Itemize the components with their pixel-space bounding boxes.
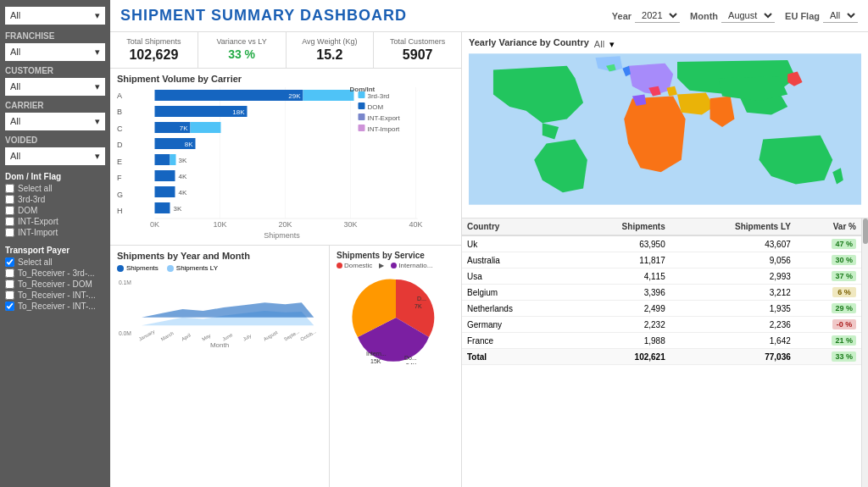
- table-section: Country Shipments Shipments LY Var % Uk …: [462, 219, 868, 487]
- dom-int-select-all[interactable]: Select all: [5, 184, 105, 193]
- svg-text:July: July: [242, 333, 253, 341]
- franchise-label: Franchise: [5, 31, 105, 41]
- svg-text:3K: 3K: [174, 205, 182, 213]
- eu-flag-select[interactable]: All: [823, 8, 858, 23]
- tp-dom[interactable]: To_Receiver - DOM: [5, 279, 105, 289]
- sidebar: All ▾ Franchise All▾ Customer All▾ Carri…: [0, 0, 110, 487]
- svg-text:7K: 7K: [415, 303, 422, 309]
- svg-text:0K: 0K: [150, 220, 159, 229]
- area-chart-section: Shipments by Year and Month Shipments Sh…: [110, 246, 330, 487]
- main-content: SHIPMENT SUMMARY DASHBOARD Year 2021 Mon…: [110, 0, 868, 487]
- cell-var: 29 %: [796, 301, 861, 317]
- cell-var: 30 %: [796, 252, 861, 268]
- bar-chart-svg: 29K 10K 18K 7K 6K: [126, 87, 454, 240]
- table-row: Usa 4,115 2,993 37 %: [462, 268, 861, 285]
- svg-text:20K: 20K: [279, 220, 292, 229]
- svg-text:3rd-3rd: 3rd-3rd: [368, 92, 390, 100]
- table-row: Germany 2,232 2,236 -0 %: [462, 317, 861, 333]
- tp-select-all[interactable]: Select all: [5, 257, 105, 267]
- month-select[interactable]: August: [721, 8, 775, 23]
- kpi-variance: Variance vs LY 33 %: [198, 32, 287, 68]
- table-row: Netherlands 2,499 1,935 29 %: [462, 301, 861, 317]
- dom-int-int-import[interactable]: INT-Import: [5, 228, 105, 237]
- svg-rect-12: [191, 122, 221, 133]
- col-country: Country: [462, 219, 569, 235]
- table-row: Uk 63,950 43,607 47 %: [462, 235, 861, 252]
- svg-rect-18: [170, 154, 176, 165]
- customer-label: Customer: [5, 66, 105, 75]
- col-shipments-ly: Shipments LY: [670, 219, 796, 235]
- pie-legend: Domestic ▶ Internatio...: [337, 262, 454, 269]
- svg-rect-17: [155, 154, 170, 165]
- svg-rect-6: [303, 90, 354, 101]
- dom-int-flag-title: Dom / Int Flag: [5, 172, 105, 181]
- table-row: Belgium 3,396 3,212 6 %: [462, 285, 861, 301]
- area-chart: 0.1M 0.0M January March April May June: [117, 275, 322, 343]
- svg-text:INT-Import: INT-Import: [368, 125, 401, 133]
- svg-text:40K: 40K: [409, 220, 423, 229]
- map-title-row: Yearly Variance by Country All ▾: [469, 37, 861, 51]
- svg-rect-5: [155, 90, 303, 101]
- cell-country: Australia: [462, 252, 569, 268]
- scrollbar-thumb[interactable]: [863, 219, 868, 244]
- header: SHIPMENT SUMMARY DASHBOARD Year 2021 Mon…: [110, 0, 868, 32]
- dom-int-int-export[interactable]: INT-Export: [5, 217, 105, 226]
- dom-int-3rd-3rd[interactable]: 3rd-3rd: [5, 195, 105, 204]
- svg-text:54K: 54K: [406, 362, 417, 364]
- svg-text:18K: 18K: [232, 108, 245, 116]
- dom-int-dom[interactable]: DOM: [5, 206, 105, 215]
- svg-text:May: May: [201, 333, 212, 342]
- svg-text:Intern...: Intern...: [366, 351, 387, 357]
- cell-var: 21 %: [796, 333, 861, 349]
- svg-text:29K: 29K: [288, 92, 301, 100]
- cell-shipments: 4,115: [569, 268, 670, 285]
- main-filter-dropdown[interactable]: All ▾: [5, 7, 105, 25]
- col-var: Var %: [796, 219, 861, 235]
- tp-int2[interactable]: To_Receiver - INT-...: [5, 302, 105, 311]
- area-legend-shipments: Shipments: [117, 264, 159, 272]
- svg-text:4K: 4K: [179, 189, 187, 196]
- carrier-label: Carrier: [5, 101, 105, 110]
- svg-text:Dom/Int: Dom/Int: [350, 87, 376, 93]
- right-panel: Yearly Variance by Country All ▾: [462, 32, 868, 487]
- cell-var: 6 %: [796, 285, 861, 301]
- cell-var: 47 %: [796, 235, 861, 252]
- pie-chart-section: Shipments by Service Domestic ▶ Internat…: [330, 246, 461, 487]
- customer-dropdown[interactable]: All▾: [5, 78, 105, 96]
- svg-text:April: April: [181, 333, 192, 342]
- svg-text:January: January: [138, 329, 156, 342]
- svg-text:0.1M: 0.1M: [119, 279, 131, 285]
- franchise-dropdown[interactable]: All▾: [5, 43, 105, 61]
- transport-payer-title: Transport Payer: [5, 246, 105, 255]
- cell-shipments-ly: 43,607: [670, 235, 796, 252]
- content-area: Total Shipments 102,629 Variance vs LY 3…: [110, 32, 868, 487]
- svg-rect-20: [155, 170, 175, 181]
- cell-country: France: [462, 333, 569, 349]
- svg-text:DOM: DOM: [368, 103, 384, 111]
- svg-rect-22: [155, 186, 175, 197]
- voided-label: Voided: [5, 136, 105, 145]
- cell-shipments: 2,499: [569, 301, 670, 317]
- year-filter: Year 2021: [612, 8, 680, 23]
- world-map-svg: [469, 51, 861, 208]
- svg-text:August: August: [263, 329, 279, 341]
- cell-total-shipments: 102,621: [569, 349, 670, 365]
- cell-total-var: 33 %: [796, 349, 861, 365]
- cell-total-label: Total: [462, 349, 569, 365]
- cell-shipments-ly: 3,212: [670, 285, 796, 301]
- voided-dropdown[interactable]: All▾: [5, 147, 105, 165]
- cell-shipments-ly: 1,642: [670, 333, 796, 349]
- map-filter-dropdown[interactable]: ▾: [609, 39, 615, 50]
- table-scrollbar[interactable]: [861, 219, 868, 487]
- tp-3rd[interactable]: To_Receiver - 3rd-...: [5, 268, 105, 278]
- month-filter: Month August: [690, 8, 775, 23]
- tp-int1[interactable]: To_Receiver - INT-...: [5, 291, 105, 300]
- svg-text:Shipments: Shipments: [264, 231, 300, 240]
- svg-text:Octob...: Octob...: [299, 329, 317, 342]
- year-select[interactable]: 2021: [635, 8, 680, 23]
- svg-text:June: June: [221, 332, 233, 341]
- cell-country: Netherlands: [462, 301, 569, 317]
- svg-text:4K: 4K: [179, 173, 187, 180]
- carrier-dropdown[interactable]: All▾: [5, 113, 105, 130]
- svg-text:3K: 3K: [179, 157, 187, 164]
